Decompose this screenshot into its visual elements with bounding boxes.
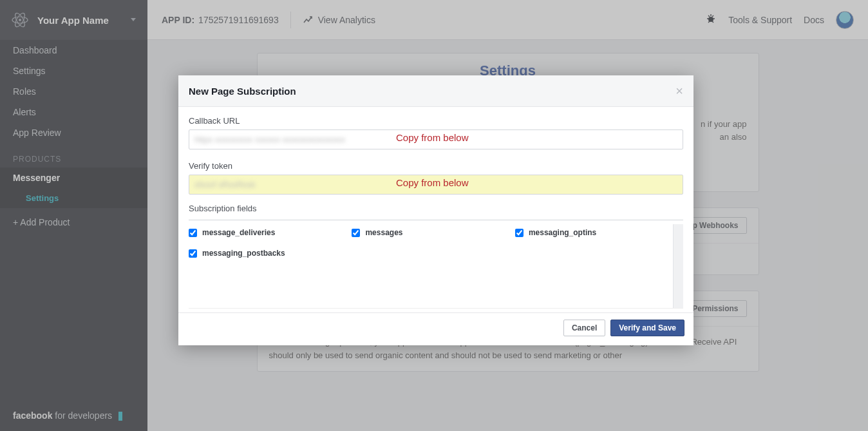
new-page-subscription-modal: New Page Subscription × Callback URL htt… (178, 75, 693, 345)
check-label: messaging_postbacks (202, 249, 285, 258)
callback-url-label: Callback URL (189, 116, 683, 126)
check-messaging-optins[interactable]: messaging_optins (515, 228, 678, 237)
cancel-button[interactable]: Cancel (563, 320, 605, 336)
verify-and-save-button[interactable]: Verify and Save (610, 320, 684, 336)
verify-token-label: Verify token (189, 161, 683, 171)
subscription-fields-list: message_deliveries messages messaging_op… (189, 224, 683, 309)
callback-url-value-blurred: https xxxxxxxxx xxxxxx xxxxxxxxxxxxxxx (194, 135, 345, 144)
subscription-fields-label: Subscription fields (189, 204, 683, 213)
callback-url-input[interactable]: https xxxxxxxxx xxxxxx xxxxxxxxxxxxxxx (189, 129, 683, 149)
check-message-deliveries[interactable]: message_deliveries (189, 228, 352, 237)
modal-title: New Page Subscription (189, 86, 296, 97)
close-icon[interactable]: × (675, 84, 683, 97)
check-label: messages (365, 228, 402, 237)
scrollbar[interactable] (673, 224, 683, 308)
modal-footer: Cancel Verify and Save (178, 312, 693, 345)
checkbox-message-deliveries[interactable] (189, 229, 197, 237)
check-label: messaging_optins (529, 228, 596, 237)
modal-header: New Page Subscription × (178, 75, 693, 107)
check-messages[interactable]: messages (352, 228, 514, 237)
checkbox-messages[interactable] (352, 229, 360, 237)
checkbox-messaging-optins[interactable] (515, 229, 524, 237)
checkbox-messaging-postbacks[interactable] (189, 249, 197, 258)
verify-token-input[interactable]: xfxxxf xRxxRxxk (189, 175, 683, 195)
check-messaging-postbacks[interactable]: messaging_postbacks (189, 249, 352, 258)
verify-token-value-blurred: xfxxxf xRxxRxxk (194, 180, 256, 189)
check-label: message_deliveries (202, 228, 275, 237)
